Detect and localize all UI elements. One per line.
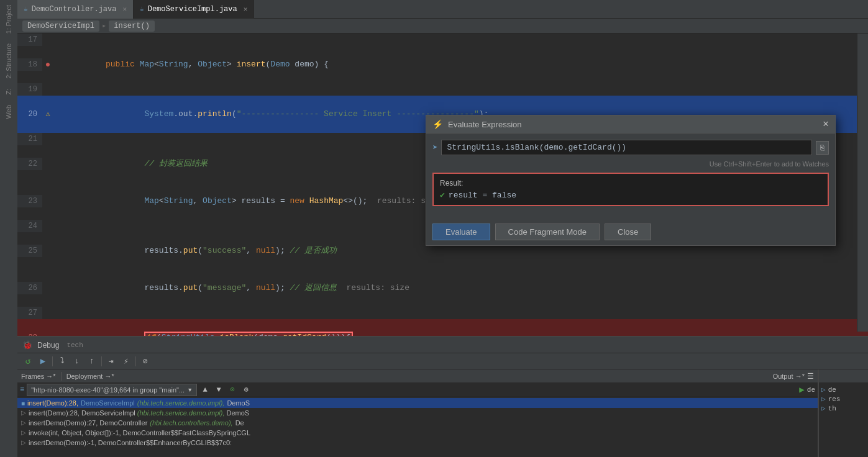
frame-detail: insert(Demo):28, DemoServiceImpl (hbi.te…	[29, 409, 249, 417]
expr-copy-button[interactable]: ⎘	[816, 141, 829, 155]
frame-text4: insertDemo(Demo):-1, DemoController$$Enh…	[29, 439, 232, 446]
sidebar-item-structure[interactable]: 2: Structure	[2, 38, 15, 84]
breadcrumb-method[interactable]: insert()	[109, 20, 155, 32]
debug-panel: 🐞 Debug tech ↺ ▶ ⤵ ↓ ↑ ⇥ ⚡ ⊘	[17, 336, 868, 457]
thread-row: ≡ "http-nio-8080-exec-40"@19,664 in grou…	[17, 383, 818, 397]
line-number: 24	[17, 220, 42, 232]
java-icon2: ☕	[140, 5, 144, 13]
expression-input[interactable]	[441, 140, 812, 155]
tab-close-icon[interactable]: ✕	[122, 5, 127, 13]
thread-dropdown[interactable]: "http-nio-8080-exec-40"@19,664 in group …	[27, 384, 197, 396]
output-val2: res	[828, 396, 841, 403]
result-value: ✔ result = false	[440, 190, 821, 200]
line-number: 17	[17, 34, 42, 46]
frame-item3[interactable]: ▷ invoke(int, Object, Object[]):-1, Demo…	[17, 428, 818, 438]
output-header-right[interactable]: Output →* ☰	[773, 372, 814, 381]
frame-icon4: ▷	[21, 429, 26, 436]
frame-item4[interactable]: ▷ insertDemo(Demo):-1, DemoController$$E…	[17, 438, 818, 448]
frame-class: DemoServiceImpl	[81, 399, 135, 407]
breadcrumb-class[interactable]: DemoServiceImpl	[22, 20, 99, 32]
output-item-de: ▷ de	[821, 386, 866, 394]
evaluate-expr-button[interactable]: ⚡	[119, 355, 133, 368]
tab-democontroller[interactable]: ☕ DemoController.java ✕	[17, 0, 134, 19]
debug-section-label: tech	[66, 342, 83, 349]
dialog-title-text: Evaluate Expression	[448, 120, 522, 129]
debug-tab-label[interactable]: Debug	[37, 341, 59, 350]
thread-label: "http-nio-8080-exec-40"@19,664 in group …	[31, 386, 185, 394]
line-number: 28	[17, 332, 42, 336]
left-sidebar: 1: Project 2: Structure Z: Web	[0, 0, 17, 457]
menu-icon: ☰	[807, 372, 814, 381]
nav-down-button[interactable]: ▼	[213, 384, 224, 396]
output-side-panel: ▷ de ▷ res ▷ th	[818, 369, 868, 457]
close-button[interactable]: Close	[605, 224, 651, 240]
sidebar-item-project[interactable]: 1: Project	[2, 0, 15, 38]
output-area: ▶ de	[799, 384, 815, 395]
line-number: 19	[17, 83, 42, 96]
run-cursor-button[interactable]: ⇥	[104, 355, 118, 368]
step-over-button[interactable]: ⤵	[55, 355, 69, 368]
code-line: 17	[17, 34, 868, 46]
tab-demoserviceimpl[interactable]: ☕ DemoServiceImpl.java ✕	[134, 0, 254, 19]
output-arrow2: ▷	[821, 395, 826, 403]
frame-icon: ■	[21, 400, 25, 407]
output-item-res: ▷ res	[821, 395, 866, 403]
tab-label-active: DemoServiceImpl.java	[148, 5, 237, 14]
result-label: Result:	[440, 179, 821, 188]
frame-icon3: ▷	[21, 419, 26, 426]
filter-button[interactable]: ⊙	[227, 384, 238, 396]
output-item1: de	[807, 386, 815, 394]
line-marker: ⚠	[42, 108, 53, 120]
code-fragment-button[interactable]: Code Fragment Mode	[495, 224, 600, 240]
frame-extra: DemoS	[227, 399, 250, 407]
sidebar-item-web[interactable]: Web	[2, 100, 15, 124]
line-marker: ●	[42, 332, 53, 336]
step-into-button[interactable]: ↓	[70, 355, 84, 368]
dialog-header: ⚡ Evaluate Expression ✕	[426, 115, 835, 133]
frame-text3: invoke(int, Object, Object[]):-1, DemoCo…	[29, 429, 250, 437]
code-line: 18 ● public Map<String, Object> insert(D…	[17, 46, 868, 83]
thread-icon: ≡	[20, 386, 24, 394]
step-out-button[interactable]: ↑	[85, 355, 99, 368]
expr-icon: ➤	[432, 142, 437, 153]
dialog-icon: ⚡	[432, 119, 443, 129]
dropdown-arrow: ▼	[187, 387, 193, 393]
frame-location: (hbi.tech.service.demo.impl),	[137, 399, 225, 407]
breadcrumb: DemoServiceImpl ▸ insert()	[17, 19, 868, 34]
line-content: public Map<String, Object> insert(Demo d…	[53, 46, 868, 83]
result-box: Result: ✔ result = false	[432, 173, 829, 206]
output-arrow1: ▷	[821, 386, 826, 394]
frame-item-selected[interactable]: ■ insert(Demo):28, DemoServiceImpl (hbi.…	[17, 398, 818, 408]
frames-sub-header: Frames →* Deployment →* Output →* ☰	[17, 369, 818, 383]
settings-button[interactable]: ⚙	[240, 384, 252, 396]
code-line: 19	[17, 83, 868, 96]
frame-icon5: ▷	[21, 439, 26, 446]
resume-button[interactable]: ▶	[36, 355, 50, 368]
line-number: 26	[17, 282, 42, 294]
frame-item[interactable]: ▷ insert(Demo):28, DemoServiceImpl (hbi.…	[17, 408, 818, 418]
line-content: results.put("message", null); // 返回信息 re…	[53, 269, 868, 307]
tab-close-icon2[interactable]: ✕	[244, 5, 248, 13]
evaluate-dialog: ⚡ Evaluate Expression ✕ ➤ ⎘ Use Ctrl+Shi…	[426, 115, 836, 246]
sidebar-item-z[interactable]: Z:	[2, 84, 15, 100]
breakpoint-icon2: ●	[45, 332, 50, 336]
frames-label[interactable]: Frames →*	[21, 373, 56, 380]
deployment-label[interactable]: Deployment →*	[66, 373, 114, 380]
code-line: 27	[17, 307, 868, 319]
debug-header: 🐞 Debug tech	[17, 337, 868, 353]
frames-list[interactable]: ■ insert(Demo):28, DemoServiceImpl (hbi.…	[17, 397, 818, 457]
mute-breakpoints-button[interactable]: ⊘	[139, 355, 152, 368]
line-number: 21	[17, 133, 42, 145]
line-number: 27	[17, 307, 42, 319]
evaluate-button[interactable]: Evaluate	[432, 224, 490, 240]
toolbar-sep	[52, 356, 53, 366]
right-sidebar	[857, 34, 868, 332]
restart-button[interactable]: ↺	[21, 355, 35, 368]
tab-label: DemoController.java	[32, 5, 117, 14]
nav-up-button[interactable]: ▲	[199, 384, 211, 396]
output-panel-header	[819, 369, 868, 383]
frame-item2[interactable]: ▷ insertDemo(Demo):27, DemoController (h…	[17, 418, 818, 428]
dialog-close-button[interactable]: ✕	[823, 119, 829, 129]
warning-icon: ⚠	[45, 108, 50, 120]
code-line-error: 28 ● if(StringUtils.isBlank(demo.getIdCa…	[17, 319, 868, 336]
